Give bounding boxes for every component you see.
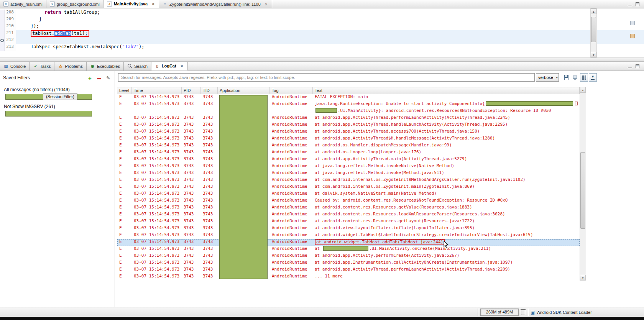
code-text[interactable]: tabHost.addTab(ts1); [16, 30, 644, 37]
editor-tab-activity-main-xml[interactable]: xactivity_main.xml [0, 0, 46, 8]
panel-tab-executables[interactable]: ◉Executables [87, 62, 124, 71]
logcat-row[interactable]: E03-07 15:14:54.97337433743AndroidRuntim… [117, 274, 580, 281]
close-tab-icon[interactable]: × [264, 2, 268, 7]
cell-text: at java.lang.reflect.Method.invokeNative… [313, 163, 580, 170]
logcat-row[interactable]: E03-07 15:14:54.97337433743AndroidRuntim… [117, 94, 580, 101]
column-header-text[interactable]: Text [313, 87, 580, 94]
saved-filters-pane: Saved Filters + ▬ ✎ All messages (no fil… [0, 71, 115, 307]
logcat-row[interactable]: E03-07 15:14:54.97337433743AndroidRuntim… [117, 253, 580, 260]
logcat-view: Saved Filters + ▬ ✎ All messages (no fil… [0, 71, 644, 307]
scroll-down-icon[interactable]: ▼ [580, 275, 586, 281]
logcat-row[interactable]: E03-07 15:14:54.97337433743AndroidRuntim… [117, 156, 580, 163]
cell-pid: 3743 [182, 274, 201, 281]
logcat-row[interactable]: E03-07 15:14:54.97337433743AndroidRuntim… [117, 267, 580, 274]
add-filter-icon[interactable]: + [87, 75, 93, 81]
cell-pid: 3743 [182, 246, 201, 253]
editor-tab-mainactivity-java[interactable]: JMainActivity.java× [104, 0, 159, 8]
column-header-application[interactable]: Application [218, 87, 270, 94]
logcat-row[interactable]: E03-07 15:14:54.97337433743AndroidRuntim… [117, 101, 580, 108]
progress-label: Android SDK Content Loader [537, 310, 591, 315]
panel-tab-problems[interactable]: ⚠Problems [54, 62, 86, 71]
text-part: at android.content.res.Resources.loadXml… [315, 212, 505, 217]
logcat-row[interactable]: E03-07 15:14:54.97337433743AndroidRuntim… [117, 136, 580, 143]
logcat-row[interactable]: E03-07 15:14:54.97337433743AndroidRuntim… [117, 246, 580, 253]
editor-scrollbar[interactable]: ▲ ▼ [590, 8, 597, 57]
cell-tag: AndroidRuntime [270, 156, 313, 163]
scroll-up-icon[interactable]: ▲ [591, 8, 596, 14]
display-filters-toggle[interactable] [580, 73, 588, 82]
maximize-icon[interactable] [636, 64, 639, 68]
logcat-row[interactable]: E03-07 15:14:54.97337433743AndroidRuntim… [117, 163, 580, 170]
logcat-row[interactable]: E03-07 15:14:54.97337433743AndroidRuntim… [117, 205, 580, 212]
code-text[interactable]: return tab1AllGroup; [16, 10, 644, 16]
column-header-level[interactable]: Level [117, 87, 132, 94]
text-part: ... 11 more [315, 274, 343, 279]
editor-panel-sash[interactable] [0, 57, 644, 62]
minimize-icon[interactable] [628, 67, 632, 68]
logcat-row[interactable]: E03-07 15:14:54.97337433743AndroidRuntim… [117, 225, 580, 232]
scrollbar-thumb[interactable] [580, 152, 585, 229]
panel-tab-console[interactable]: ▤Console [0, 62, 30, 71]
column-header-pid[interactable]: PID [182, 87, 201, 94]
editor-tab-zygoteinit-methodandargscaller-run-line-1108[interactable]: ≡ZygoteInit$MethodAndArgsCaller.run() li… [159, 0, 272, 8]
cell-tid: 3743 [201, 101, 218, 108]
cell-pid: 3743 [182, 212, 201, 218]
logcat-row[interactable]: E03-07 15:14:54.97337433743AndroidRuntim… [117, 239, 580, 246]
logcat-scrollbar[interactable]: ▲ ▼ [580, 87, 586, 281]
logcat-row[interactable]: E03-07 15:14:54.97337433743AndroidRuntim… [117, 122, 580, 129]
logcat-filter-item[interactable]: Not Show IMGSRV (261) [3, 104, 112, 117]
editor-tab-label: ZygoteInit$MethodAndArgsCaller.run() lin… [169, 2, 261, 7]
logcat-row[interactable]: E03-07 15:14:54.97337433743AndroidRuntim… [117, 191, 580, 198]
editor-tab-group-background-xml[interactable]: xgroup_background.xml [46, 0, 104, 8]
close-tab-icon[interactable]: × [180, 64, 184, 68]
column-header-time[interactable]: Time [132, 87, 182, 94]
logcat-filter-item[interactable]: All messages (no filters) (11049)(Sessio… [3, 87, 112, 100]
garbage-collect-icon[interactable] [521, 310, 525, 315]
logcat-row[interactable]: E03-07 15:14:54.97337433743AndroidRuntim… [117, 260, 580, 267]
close-tab-icon[interactable]: × [151, 2, 155, 6]
logcat-row[interactable]: E03-07 15:14:54.97337433743AndroidRuntim… [117, 218, 580, 225]
logcat-row[interactable]: E03-07 15:14:54.97337433743AndroidRuntim… [117, 198, 580, 205]
maximize-icon[interactable] [636, 2, 639, 6]
logcat-row[interactable]: E03-07 15:14:54.97337433743AndroidRuntim… [117, 115, 580, 122]
code-text[interactable] [16, 37, 644, 44]
cell-pid: 3743 [182, 267, 201, 274]
delete-filter-icon[interactable]: ▬ [96, 75, 102, 81]
scrollbar-thumb[interactable] [591, 17, 596, 42]
clear-log-button[interactable] [571, 73, 579, 82]
level-filter-dropdown[interactable]: verbose ▼ [536, 73, 559, 82]
logcat-row[interactable]: E03-07 15:14:54.97337433743AndroidRuntim… [117, 170, 580, 177]
logcat-row[interactable]: E03-07 15:14:54.97337433743AndroidRuntim… [117, 143, 580, 149]
save-log-button[interactable] [562, 73, 570, 82]
logcat-row[interactable]: E03-07 15:14:54.97337433743AndroidRuntim… [117, 232, 580, 239]
cell-tid: 3743 [201, 212, 218, 218]
cell-level: E [117, 149, 132, 156]
cell-level: E [117, 205, 132, 212]
panel-tab-search[interactable]: Search [124, 62, 151, 71]
code-text[interactable]: } [16, 16, 644, 23]
cell-pid: 3743 [182, 149, 201, 156]
code-editor[interactable]: 208 return tab1AllGroup;209 }210 });211 … [0, 8, 644, 57]
scroll-lock-toggle[interactable]: ▼ [589, 73, 597, 82]
code-text[interactable]: TabSpec spec2=tabHost.newTabSpec("Tab2")… [16, 44, 644, 51]
panel-tab-label: Tasks [40, 64, 51, 69]
scroll-up-icon[interactable]: ▲ [580, 87, 586, 93]
edit-filter-icon[interactable]: ✎ [105, 75, 112, 81]
scroll-down-icon[interactable]: ▼ [591, 52, 596, 57]
logcat-row[interactable]: E03-07 15:14:54.97337433743AndroidRuntim… [117, 212, 580, 218]
logcat-row[interactable]: E03-07 15:14:54.97337433743AndroidRuntim… [117, 129, 580, 136]
logcat-row[interactable]: E03-07 15:14:54.97337433743AndroidRuntim… [117, 149, 580, 156]
column-header-tid[interactable]: TID [201, 87, 218, 94]
logcat-row[interactable]: E03-07 15:14:54.97337433743AndroidRuntim… [117, 177, 580, 184]
search-input[interactable] [118, 73, 535, 82]
panel-tab-tasks[interactable]: ✓Tasks [30, 62, 54, 71]
column-header-tag[interactable]: Tag [270, 87, 313, 94]
minimize-icon[interactable] [628, 5, 632, 6]
cell-tid: 3743 [201, 205, 218, 212]
logcat-row[interactable]: E03-07 15:14:54.97337433743AndroidRuntim… [117, 184, 580, 191]
panel-tab-logcat[interactable]: ▯LogCat× [151, 62, 188, 71]
code-text[interactable]: }); [16, 23, 644, 30]
logcat-row[interactable]: .UI.MainActivity}: android.content.res.R… [117, 108, 580, 115]
cell-time: 03-07 15:14:54.973 [132, 129, 182, 136]
breakpoint-icon[interactable] [0, 39, 4, 42]
